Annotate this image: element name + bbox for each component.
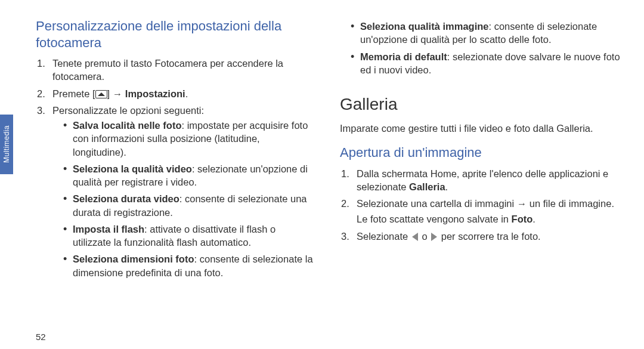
step-number: 2. xyxy=(341,197,349,210)
side-tab: Multimedia xyxy=(0,115,13,174)
option-video-quality: Seleziona la qualità video: selezionate … xyxy=(63,162,316,189)
step-number: 3. xyxy=(37,104,45,117)
heading-gallery: Galleria xyxy=(340,93,620,116)
step-text-pre: Premete [ xyxy=(52,88,95,99)
home-key-icon xyxy=(95,90,107,98)
arrow-left-icon xyxy=(412,233,418,241)
step-text-end: . xyxy=(185,88,188,99)
step-number: 1. xyxy=(341,167,349,180)
step-1: 1. Dalla schermata Home, aprite l'elenco… xyxy=(340,167,620,194)
option-photo-size: Seleziona dimensioni foto: consente di s… xyxy=(63,252,316,279)
page-number: 52 xyxy=(36,332,46,342)
option-label: Seleziona dimensioni foto xyxy=(73,254,194,264)
arrow-right-icon xyxy=(431,233,437,241)
side-tab-label: Multimedia xyxy=(2,125,11,163)
step-text-mid: o xyxy=(419,231,430,242)
step-2: 2. Premete [] → Impostazioni. xyxy=(36,87,316,100)
step-3: 3. Personalizzate le opzioni seguenti: S… xyxy=(36,104,316,279)
step-bold: Impostazioni xyxy=(125,88,185,99)
step-text: Personalizzate le opzioni seguenti: xyxy=(52,105,204,116)
option-default-storage: Memoria di default: selezionate dove sal… xyxy=(351,50,620,77)
note-end: . xyxy=(532,214,535,224)
step-number: 1. xyxy=(37,57,45,70)
camera-steps: 1. Tenete premuto il tasto Fotocamera pe… xyxy=(36,57,316,279)
options-list: Salva località nelle foto: impostate per… xyxy=(52,119,316,279)
gallery-intro: Imparate come gestire tutti i file video… xyxy=(340,122,620,135)
step-text-pre: Dalla schermata Home, aprite l'elenco de… xyxy=(357,168,608,192)
option-label: Memoria di default xyxy=(360,51,447,62)
option-label: Imposta il flash xyxy=(73,224,144,234)
step-3: 3. Selezionate o per scorrere tra le fot… xyxy=(340,230,620,243)
note-bold: Foto xyxy=(512,214,533,224)
option-label: Seleziona durata video xyxy=(73,193,179,204)
heading-camera-settings: Personalizzazione delle impostazioni del… xyxy=(36,18,316,51)
column-left: Personalizzazione delle impostazioni del… xyxy=(36,18,316,340)
option-label: Seleziona qualità immagine xyxy=(360,21,488,32)
option-image-quality: Seleziona qualità immagine: consente di … xyxy=(351,20,620,47)
option-label: Seleziona la qualità video xyxy=(73,163,192,174)
open-image-steps: 1. Dalla schermata Home, aprite l'elenco… xyxy=(340,167,620,243)
option-label: Salva località nelle foto xyxy=(73,120,181,131)
column-right: Seleziona qualità immagine: consente di … xyxy=(340,18,620,340)
step-text-end: . xyxy=(445,181,448,192)
option-flash: Imposta il flash: attivate o disattivate… xyxy=(63,223,316,249)
step-text-pre: Selezionate xyxy=(357,231,411,242)
step-2-note: Le foto scattate vengono salvate in Foto… xyxy=(357,212,620,226)
step-number: 2. xyxy=(37,87,45,100)
step-text-post: ] → xyxy=(107,88,125,99)
options-list-continued: Seleziona qualità immagine: consente di … xyxy=(340,20,620,76)
step-text: Tenete premuto il tasto Fotocamera per a… xyxy=(52,58,283,82)
option-video-duration: Seleziona durata video: consente di sele… xyxy=(63,192,316,219)
page-content: Personalizzazione delle impostazioni del… xyxy=(36,18,632,340)
note-pre: Le foto scattate vengono salvate in xyxy=(357,214,512,224)
step-2: 2. Selezionate una cartella di immagini … xyxy=(340,197,620,226)
step-text: Selezionate una cartella di immagini → u… xyxy=(357,198,614,209)
step-text-post: per scorrere tra le foto. xyxy=(438,231,541,242)
step-bold: Galleria xyxy=(409,181,445,192)
step-1: 1. Tenete premuto il tasto Fotocamera pe… xyxy=(36,57,316,84)
option-save-location: Salva località nelle foto: impostate per… xyxy=(63,119,316,159)
step-number: 3. xyxy=(341,230,349,243)
heading-open-image: Apertura di un'immagine xyxy=(340,144,620,161)
